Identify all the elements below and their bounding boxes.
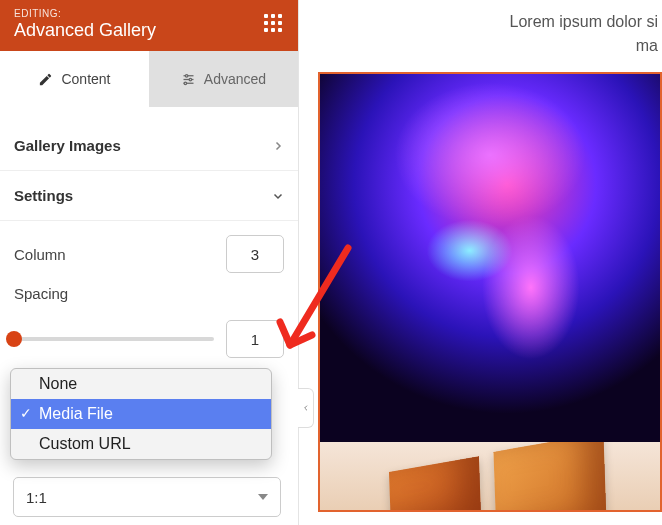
section-settings[interactable]: Settings — [0, 171, 298, 221]
svg-point-3 — [185, 74, 188, 77]
dropdown-option-none[interactable]: None — [11, 369, 271, 399]
chevron-down-icon — [272, 190, 284, 202]
chevron-right-icon — [272, 140, 284, 152]
lorem-line-1: Lorem ipsum dolor si — [318, 10, 658, 34]
editor-canvas: Lorem ipsum dolor si ma — [298, 0, 662, 525]
sliders-icon — [181, 72, 196, 87]
spacing-slider-thumb[interactable] — [6, 331, 22, 347]
spacing-label: Spacing — [14, 281, 284, 302]
tab-advanced[interactable]: Advanced — [149, 51, 298, 107]
column-input[interactable] — [226, 235, 284, 273]
link-to-dropdown: None Media File Custom URL — [10, 368, 272, 460]
svg-point-5 — [184, 82, 187, 85]
tab-content[interactable]: Content — [0, 51, 149, 107]
collapse-sidebar-button[interactable] — [298, 388, 314, 428]
lorem-line-2: ma — [318, 34, 658, 58]
gallery-image-1 — [320, 74, 660, 442]
field-spacing: Spacing — [0, 281, 298, 366]
field-column: Column — [0, 221, 298, 281]
aspect-ratio-value: 1:1 — [26, 489, 47, 506]
editing-label: EDITING: — [14, 8, 284, 19]
section-gallery-images-label: Gallery Images — [14, 137, 121, 154]
svg-point-4 — [189, 78, 192, 81]
section-settings-label: Settings — [14, 187, 73, 204]
apps-grid-icon[interactable] — [264, 14, 284, 34]
caret-down-icon — [258, 494, 268, 500]
gallery-block[interactable] — [318, 72, 662, 512]
pencil-icon — [38, 72, 53, 87]
dropdown-option-media-file[interactable]: Media File — [11, 399, 271, 429]
tab-content-label: Content — [61, 71, 110, 87]
spacing-input[interactable] — [226, 320, 284, 358]
section-gallery-images[interactable]: Gallery Images — [0, 121, 298, 171]
panel-header: EDITING: Advanced Gallery — [0, 0, 298, 51]
placeholder-text: Lorem ipsum dolor si ma — [318, 0, 662, 58]
column-label: Column — [14, 246, 66, 263]
tab-advanced-label: Advanced — [204, 71, 266, 87]
dropdown-option-custom-url[interactable]: Custom URL — [11, 429, 271, 459]
panel-title: Advanced Gallery — [14, 20, 284, 41]
gallery-image-2 — [320, 442, 660, 512]
tab-bar: Content Advanced — [0, 51, 298, 107]
chevron-left-icon — [302, 402, 310, 414]
aspect-ratio-select[interactable]: 1:1 — [13, 477, 281, 517]
spacing-slider[interactable] — [14, 337, 214, 341]
